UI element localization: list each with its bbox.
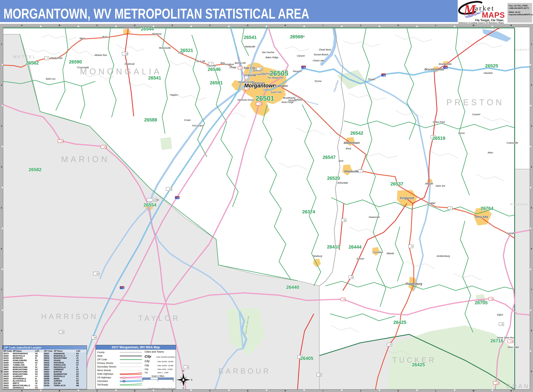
zip-index-cell: ALBRIGHT <box>12 375 34 378</box>
zip-index-cell: 26562 <box>43 371 53 373</box>
legend-toll-roads: Toll Roads <box>97 383 119 386</box>
town-label-dellslow: Dellslow <box>294 98 303 101</box>
marketmaps-logo-area: M arket MAPS On Target. On Time. America… <box>458 0 533 24</box>
grid-row-label: 8 <box>530 310 533 351</box>
grid-row-label: 6 <box>0 228 3 269</box>
legend-county: County <box>97 351 119 354</box>
town-label-cheat-neck: Cheat Neck <box>319 48 331 51</box>
zip-index-cell: K5 <box>75 352 86 355</box>
grid-column-label: K <box>379 24 417 27</box>
town-label-suncrest: Suncrest <box>252 69 262 72</box>
cities-and-towns-header: Cities and Towns <box>145 350 175 353</box>
svg-text:68: 68 <box>383 74 386 76</box>
city-class-4: Cities 5,000 - 24,999 <box>157 369 172 370</box>
state-shield-72: 72 <box>387 343 392 346</box>
town-label-new-hill: New Hill <box>196 60 205 62</box>
grid-column-label: B <box>41 24 78 27</box>
zip-index-cell: 26501 <box>3 366 12 369</box>
city-class-1: Cities 100,000 and Above <box>156 356 175 358</box>
state-shield-7: 7 <box>44 57 49 60</box>
town-label-saint-leo: Saint Leo <box>46 78 56 80</box>
col-zipname2: ZIP Name <box>53 350 75 352</box>
zip-index-cell: 26590 <box>43 378 53 380</box>
town-label-bula: Bula <box>102 36 107 38</box>
zip-label-26582: 26582 <box>28 167 42 172</box>
legend-zipcode: ZIP Code <box>97 358 119 361</box>
us-shield-219: 219 <box>493 381 499 385</box>
zip-index-cell: MORGANTOWN <box>12 371 34 373</box>
zip-index-cell: G2 <box>75 359 86 362</box>
zip-label-26519: 26519 <box>432 136 445 141</box>
county-line-sample <box>119 351 142 354</box>
grid-column-label: F <box>191 390 229 392</box>
grid-column-label: M <box>455 24 492 27</box>
zip-index-cell: G2 <box>34 369 43 371</box>
town-label-tunnelton: Tunnelton <box>373 251 383 254</box>
zip-index-cell: BURTON <box>53 371 75 373</box>
county-area-maryland <box>515 169 530 390</box>
zip-label-26542: 26542 <box>350 131 363 136</box>
city-sample-4: City <box>145 368 157 370</box>
interstate-shield-68: 68 <box>301 65 306 69</box>
zip-index-row: 26506MORGANTOWNG226562BURTONA1 <box>3 371 87 373</box>
county-label-monongalia: MONONGALIA <box>80 67 162 76</box>
svg-text:72: 72 <box>411 246 413 247</box>
zip-index-cell: E3 <box>75 375 86 378</box>
zip-index-cell: 26537 <box>43 352 53 355</box>
city-class-2: Cities 50,000 - 99,999 <box>157 361 173 363</box>
zip-index-cell: E5 <box>75 369 86 371</box>
zip-label-26554: 26554 <box>143 202 156 207</box>
svg-text:50: 50 <box>491 298 493 300</box>
zip-index-cell: KINGWOOD <box>53 352 75 355</box>
county-label-preston: PRESTON <box>446 98 504 107</box>
contact-line3: EMAIL US AT: <box>509 11 531 14</box>
zip-label-26508: 26508 <box>290 34 303 39</box>
city-sample-1: City <box>145 355 156 358</box>
compass-s: S <box>182 387 184 389</box>
zip-index-cell: MORGANTOWN <box>12 366 34 369</box>
zip-index-cell: A1 <box>75 371 86 373</box>
zip-index-row: 26524BRETZJ426716EGLONN8 <box>3 382 87 384</box>
state-shield-76: 76 <box>184 366 189 369</box>
zip-index-cell: 26716 <box>43 382 53 384</box>
zip-index-cell: L4 <box>34 375 43 378</box>
city-class-5: Cities 1 - 4,999 <box>157 372 168 373</box>
zip-index-title: ZIP Code Index/Grid Locator <box>3 346 87 350</box>
title-bar: MORGANTOWN, WV METROPOLITAN STATISTICAL … <box>0 0 458 22</box>
col-zipcode2: ZIP Code <box>43 350 53 352</box>
marketmaps-logo: M arket MAPS On Target. On Time. America… <box>458 0 508 24</box>
town-label-rock-forge: Rock Forge <box>281 101 294 103</box>
logo-subtitle: America's Leading Source of Business Map… <box>458 21 504 24</box>
state-shield-72: 72 <box>408 245 413 248</box>
zip-index-cell: REEDSVILLE <box>53 366 75 369</box>
grid-column-label: C <box>78 24 116 27</box>
interstate-shield-79: 79 <box>175 196 180 199</box>
zip-index-row: 26534GRANVILLEG2 <box>3 387 87 389</box>
grid-column-label: J <box>342 390 379 392</box>
zip-label-26705: 26705 <box>475 300 488 305</box>
scale-bar-graphic <box>142 378 174 380</box>
grid-column-label: A <box>3 390 41 392</box>
svg-text:310: 310 <box>169 188 172 190</box>
zip-index-cell: 26525 <box>3 384 12 387</box>
grid-column-label: H <box>266 24 304 27</box>
state-highways-sample <box>119 373 142 375</box>
grid-columns-top: ABCDEFGHIJKLMN <box>3 24 530 27</box>
svg-text:7: 7 <box>47 57 48 59</box>
zip-index-cell: N8 <box>75 382 86 384</box>
page-title: MORGANTOWN, WV METROPOLITAN STATISTICAL … <box>0 0 357 22</box>
scale-bar: Scale in Miles 0 1 2 <box>142 375 174 382</box>
svg-text:19-SPUR: 19-SPUR <box>152 199 159 201</box>
legend-primary: Primary Streets <box>97 362 119 364</box>
legend-line-items: County State ZIP Code Primary Streets Se… <box>97 350 144 387</box>
state-shield-20: 20 <box>59 330 64 334</box>
legend-us-highways: US Highways <box>97 376 119 379</box>
town-label-rowlesburg: Rowlesburg <box>406 282 422 285</box>
zip-label-26425: 26425 <box>393 320 406 325</box>
svg-text:123: 123 <box>123 377 125 378</box>
zip-index-cell: 26534 <box>3 387 12 389</box>
zip-index-cell: 26588 <box>43 375 53 378</box>
zip-index-cell: I4 <box>34 378 43 380</box>
zip-label-26541: 26541 <box>148 75 161 80</box>
county-label-wetzel: WETZEL <box>13 55 36 59</box>
